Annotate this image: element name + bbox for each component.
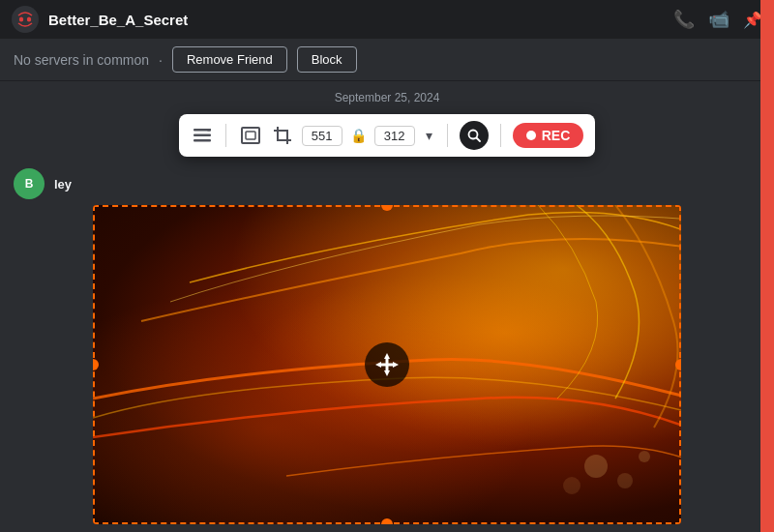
video-icon[interactable]: 📹 — [708, 9, 729, 30]
handle-right[interactable] — [675, 359, 681, 370]
pin-icon[interactable]: 📌 — [743, 11, 762, 29]
rec-button[interactable]: REC — [513, 123, 584, 148]
divider-1 — [225, 124, 226, 147]
lines-icon-button[interactable] — [191, 127, 214, 144]
avatar-row: B ley — [0, 164, 774, 205]
svg-point-12 — [617, 473, 633, 488]
capture-image — [93, 205, 681, 524]
svg-point-11 — [584, 455, 608, 478]
chevron-down-button[interactable]: ▾ — [423, 126, 435, 145]
rec-dot — [526, 131, 536, 140]
svg-marker-15 — [384, 353, 390, 359]
handle-bottom[interactable] — [381, 518, 393, 524]
block-button[interactable]: Block — [297, 46, 357, 73]
toolbar-container: 🔒 ▾ REC — [0, 110, 774, 164]
crop-button[interactable] — [271, 125, 294, 146]
sub-bar: No servers in common · Remove Friend Blo… — [0, 39, 774, 81]
date-text: September 25, 2024 — [335, 91, 440, 104]
svg-point-14 — [563, 477, 580, 494]
title-bar-actions: 📞 📹 📌 — [673, 9, 762, 30]
search-button[interactable] — [460, 121, 489, 150]
frame-select-button[interactable] — [238, 125, 263, 146]
svg-point-2 — [27, 16, 31, 21]
height-input[interactable] — [374, 126, 415, 146]
date-separator: September 25, 2024 — [0, 81, 774, 110]
svg-point-0 — [12, 6, 39, 33]
remove-friend-button[interactable]: Remove Friend — [172, 46, 287, 73]
svg-rect-6 — [207, 129, 211, 132]
capture-wrapper[interactable] — [93, 205, 681, 524]
svg-rect-7 — [242, 128, 259, 143]
screen-share-toolbar: 🔒 ▾ REC — [179, 114, 596, 157]
svg-line-10 — [476, 138, 480, 142]
right-sidebar-strip — [760, 0, 774, 532]
divider-3 — [500, 124, 501, 147]
phone-icon[interactable]: 📞 — [673, 9, 695, 30]
avatar: B — [14, 168, 45, 199]
rec-label: REC — [542, 128, 571, 143]
svg-marker-16 — [384, 370, 390, 376]
svg-point-13 — [639, 451, 650, 462]
divider-2 — [447, 124, 448, 147]
svg-marker-17 — [375, 362, 381, 368]
svg-marker-18 — [393, 362, 399, 368]
lock-icon: 🔒 — [350, 128, 367, 143]
svg-rect-20 — [381, 364, 393, 367]
height-input-group — [374, 126, 415, 146]
width-input[interactable] — [302, 126, 342, 146]
svg-point-1 — [19, 16, 23, 21]
move-cursor-icon[interactable] — [365, 342, 409, 387]
content-area — [0, 205, 774, 532]
svg-rect-5 — [194, 139, 211, 142]
message-username: ley — [54, 177, 72, 192]
avatar-initials: B — [25, 177, 34, 191]
svg-rect-8 — [246, 132, 255, 139]
title-bar-username: Better_Be_A_Secret — [48, 12, 664, 28]
dot-separator: · — [159, 52, 163, 68]
discord-logo-icon — [12, 6, 39, 33]
width-input-group — [302, 126, 342, 146]
title-bar: Better_Be_A_Secret 📞 📹 📌 — [0, 0, 774, 39]
svg-rect-4 — [194, 134, 211, 137]
no-servers-label: No servers in common — [14, 52, 149, 68]
